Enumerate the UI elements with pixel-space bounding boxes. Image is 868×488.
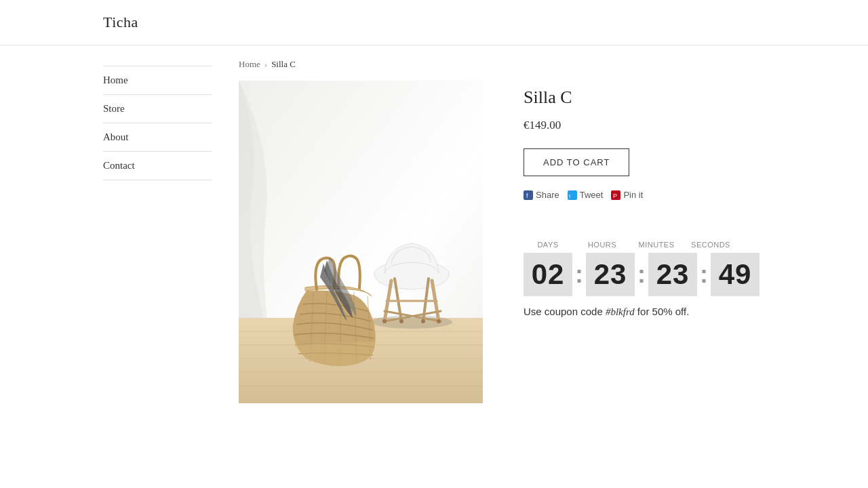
svg-text:P: P	[613, 192, 617, 199]
breadcrumb-home[interactable]: Home	[239, 59, 260, 70]
share-twitter-label: Tweet	[580, 190, 604, 200]
main-content: Home › Silla C	[225, 45, 765, 403]
share-twitter[interactable]: t Tweet	[568, 190, 604, 200]
share-facebook[interactable]: f Share	[524, 190, 559, 200]
main-layout: Home Store About Contact Home › Silla C	[0, 45, 868, 403]
breadcrumb-current: Silla C	[271, 59, 296, 70]
sidebar-item-about[interactable]: About	[103, 123, 212, 152]
seconds-label: SECONDS	[686, 241, 735, 249]
minutes-label: MINUTES	[632, 241, 681, 249]
seconds-value: 49	[711, 253, 760, 296]
social-share: f Share t Tweet P	[524, 190, 765, 200]
colon-1: :	[572, 260, 586, 289]
coupon-code: #blkfrd	[606, 306, 635, 317]
product-info: Silla C €149.00 ADD TO CART f Share	[524, 81, 765, 318]
pinterest-icon: P	[611, 190, 620, 200]
sidebar-item-contact[interactable]: Contact	[103, 152, 212, 180]
svg-point-19	[421, 319, 425, 323]
product-price: €149.00	[524, 119, 765, 132]
coupon-text-before: Use coupon code	[524, 306, 606, 317]
countdown-section: DAYS HOURS MINUTES SECONDS 02 : 23 : 23 …	[524, 241, 765, 318]
colon-3: :	[697, 260, 711, 289]
share-pinterest-label: Pin it	[623, 190, 643, 200]
product-layout: Silla C €149.00 ADD TO CART f Share	[239, 81, 765, 403]
product-image-svg	[239, 81, 483, 403]
site-header: Ticha	[0, 0, 868, 45]
hours-value: 23	[586, 253, 635, 296]
facebook-icon: f	[524, 190, 533, 200]
breadcrumb-separator: ›	[264, 59, 267, 70]
countdown-display: 02 : 23 : 23 : 49	[524, 253, 765, 296]
coupon-text: Use coupon code #blkfrd for 50% off.	[524, 306, 765, 318]
product-name: Silla C	[524, 87, 765, 108]
colon-2: :	[635, 260, 648, 289]
sidebar-item-store[interactable]: Store	[103, 95, 212, 123]
days-value: 02	[524, 253, 572, 296]
sidebar-nav: Home Store About Contact	[103, 45, 225, 403]
twitter-icon: t	[568, 190, 577, 200]
product-image-container	[239, 81, 483, 403]
countdown-labels: DAYS HOURS MINUTES SECONDS	[524, 241, 765, 249]
hours-label: HOURS	[578, 241, 627, 249]
share-pinterest[interactable]: P Pin it	[611, 190, 643, 200]
minutes-value: 23	[648, 253, 697, 296]
add-to-cart-button[interactable]: ADD TO CART	[524, 148, 629, 176]
days-label: DAYS	[524, 241, 572, 249]
breadcrumb: Home › Silla C	[239, 59, 765, 70]
site-title[interactable]: Ticha	[103, 14, 138, 30]
coupon-text-after: for 50% off.	[635, 306, 690, 317]
svg-point-17	[437, 319, 441, 323]
svg-point-18	[399, 319, 403, 323]
sidebar-item-home[interactable]: Home	[103, 66, 212, 95]
svg-point-16	[382, 319, 387, 323]
product-image-scene	[239, 81, 483, 403]
svg-rect-20	[524, 190, 533, 200]
share-facebook-label: Share	[536, 190, 559, 200]
